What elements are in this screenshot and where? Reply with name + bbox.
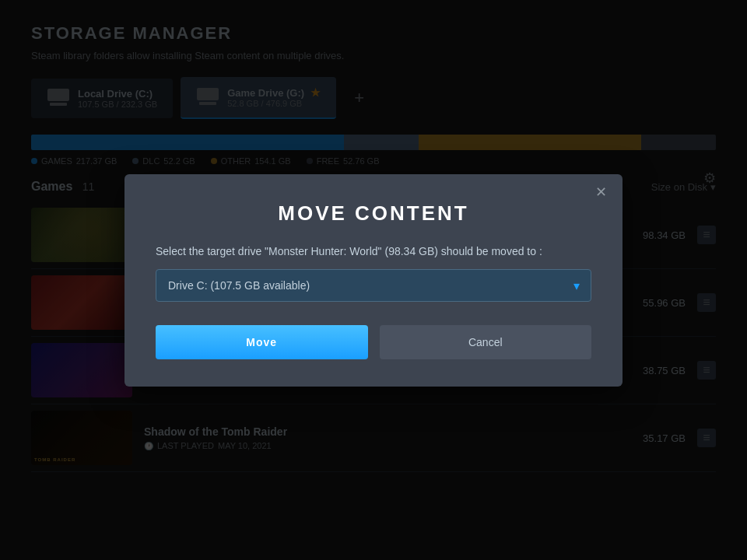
modal-description: Select the target drive "Monster Hunter:… <box>156 245 591 257</box>
modal-close-button[interactable]: ✕ <box>595 184 607 201</box>
modal-title: MOVE CONTENT <box>156 201 591 226</box>
modal-overlay: ✕ MOVE CONTENT Select the target drive "… <box>0 0 747 560</box>
modal-buttons: Move Cancel <box>156 325 591 359</box>
drive-select[interactable]: Drive C: (107.5 GB available) <box>156 269 591 302</box>
cancel-button[interactable]: Cancel <box>380 325 592 359</box>
move-button[interactable]: Move <box>156 325 368 359</box>
move-content-modal: ✕ MOVE CONTENT Select the target drive "… <box>124 174 622 387</box>
drive-select-wrapper: Drive C: (107.5 GB available) ▾ <box>156 269 591 302</box>
